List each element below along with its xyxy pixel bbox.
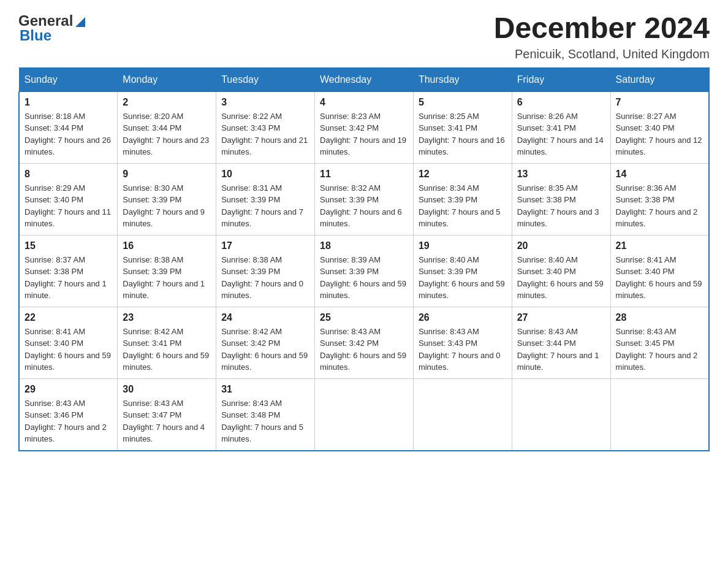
day-info: Sunrise: 8:38 AMSunset: 3:39 PMDaylight:… (221, 254, 309, 302)
day-info: Sunrise: 8:23 AMSunset: 3:42 PMDaylight:… (320, 110, 408, 158)
logo-arrow (75, 17, 85, 27)
day-info: Sunrise: 8:18 AMSunset: 3:44 PMDaylight:… (25, 110, 112, 158)
calendar-cell: 11Sunrise: 8:32 AMSunset: 3:39 PMDayligh… (315, 163, 414, 235)
calendar-cell: 19Sunrise: 8:40 AMSunset: 3:39 PMDayligh… (413, 235, 512, 307)
col-monday: Monday (118, 67, 216, 91)
day-number: 21 (616, 240, 703, 251)
day-number: 23 (123, 312, 211, 323)
day-info: Sunrise: 8:43 AMSunset: 3:47 PMDaylight:… (123, 397, 211, 445)
day-number: 9 (123, 169, 211, 180)
calendar-cell: 2Sunrise: 8:20 AMSunset: 3:44 PMDaylight… (118, 91, 216, 163)
page-header: General Blue December 2024 Penicuik, Sco… (18, 12, 710, 61)
calendar-cell: 20Sunrise: 8:40 AMSunset: 3:40 PMDayligh… (512, 235, 610, 307)
calendar-cell: 26Sunrise: 8:43 AMSunset: 3:43 PMDayligh… (413, 307, 512, 378)
day-info: Sunrise: 8:42 AMSunset: 3:42 PMDaylight:… (221, 326, 309, 373)
day-info: Sunrise: 8:27 AMSunset: 3:40 PMDaylight:… (616, 110, 703, 158)
calendar-week-row: 15Sunrise: 8:37 AMSunset: 3:38 PMDayligh… (19, 235, 709, 307)
calendar-cell: 8Sunrise: 8:29 AMSunset: 3:40 PMDaylight… (19, 163, 118, 235)
calendar-header-row: Sunday Monday Tuesday Wednesday Thursday… (19, 67, 709, 91)
day-info: Sunrise: 8:43 AMSunset: 3:48 PMDaylight:… (221, 397, 309, 445)
calendar-cell (610, 378, 709, 451)
day-info: Sunrise: 8:22 AMSunset: 3:43 PMDaylight:… (221, 110, 309, 158)
calendar-cell: 31Sunrise: 8:43 AMSunset: 3:48 PMDayligh… (216, 378, 315, 451)
day-info: Sunrise: 8:29 AMSunset: 3:40 PMDaylight:… (25, 182, 112, 230)
day-info: Sunrise: 8:40 AMSunset: 3:40 PMDaylight:… (517, 254, 605, 302)
day-number: 17 (221, 240, 309, 251)
calendar-cell: 9Sunrise: 8:30 AMSunset: 3:39 PMDaylight… (118, 163, 216, 235)
day-number: 14 (616, 169, 703, 180)
calendar-cell: 25Sunrise: 8:43 AMSunset: 3:42 PMDayligh… (315, 307, 414, 378)
day-number: 13 (517, 169, 605, 180)
day-number: 15 (25, 240, 112, 251)
calendar-cell: 4Sunrise: 8:23 AMSunset: 3:42 PMDaylight… (315, 91, 414, 163)
day-number: 5 (419, 97, 507, 108)
day-number: 6 (517, 97, 605, 108)
calendar-cell (413, 378, 512, 451)
day-number: 31 (221, 384, 309, 395)
month-title: December 2024 (494, 12, 710, 45)
col-sunday: Sunday (19, 67, 118, 91)
day-number: 22 (25, 312, 112, 323)
day-info: Sunrise: 8:26 AMSunset: 3:41 PMDaylight:… (517, 110, 605, 158)
day-number: 7 (616, 97, 703, 108)
location-subtitle: Penicuik, Scotland, United Kingdom (494, 47, 710, 61)
day-number: 12 (419, 169, 507, 180)
logo-blue: Blue (20, 27, 51, 44)
calendar-cell: 29Sunrise: 8:43 AMSunset: 3:46 PMDayligh… (19, 378, 118, 451)
calendar-week-row: 29Sunrise: 8:43 AMSunset: 3:46 PMDayligh… (19, 378, 709, 451)
calendar-cell (315, 378, 414, 451)
day-number: 18 (320, 240, 408, 251)
day-info: Sunrise: 8:43 AMSunset: 3:42 PMDaylight:… (320, 326, 408, 373)
calendar-cell: 27Sunrise: 8:43 AMSunset: 3:44 PMDayligh… (512, 307, 610, 378)
day-info: Sunrise: 8:25 AMSunset: 3:41 PMDaylight:… (419, 110, 507, 158)
day-info: Sunrise: 8:43 AMSunset: 3:45 PMDaylight:… (616, 326, 703, 373)
calendar-cell: 1Sunrise: 8:18 AMSunset: 3:44 PMDaylight… (19, 91, 118, 163)
day-number: 29 (25, 384, 112, 395)
calendar-table: Sunday Monday Tuesday Wednesday Thursday… (18, 67, 710, 451)
title-section: December 2024 Penicuik, Scotland, United… (494, 12, 710, 61)
calendar-cell: 16Sunrise: 8:38 AMSunset: 3:39 PMDayligh… (118, 235, 216, 307)
day-number: 8 (25, 169, 112, 180)
col-thursday: Thursday (413, 67, 512, 91)
col-saturday: Saturday (610, 67, 709, 91)
day-number: 30 (123, 384, 211, 395)
calendar-cell: 22Sunrise: 8:41 AMSunset: 3:40 PMDayligh… (19, 307, 118, 378)
day-number: 2 (123, 97, 211, 108)
calendar-cell (512, 378, 610, 451)
calendar-cell: 7Sunrise: 8:27 AMSunset: 3:40 PMDaylight… (610, 91, 709, 163)
day-info: Sunrise: 8:35 AMSunset: 3:38 PMDaylight:… (517, 182, 605, 230)
day-info: Sunrise: 8:32 AMSunset: 3:39 PMDaylight:… (320, 182, 408, 230)
day-info: Sunrise: 8:38 AMSunset: 3:39 PMDaylight:… (123, 254, 211, 302)
day-info: Sunrise: 8:41 AMSunset: 3:40 PMDaylight:… (25, 326, 112, 373)
calendar-cell: 5Sunrise: 8:25 AMSunset: 3:41 PMDaylight… (413, 91, 512, 163)
day-number: 16 (123, 240, 211, 251)
day-info: Sunrise: 8:37 AMSunset: 3:38 PMDaylight:… (25, 254, 112, 302)
calendar-cell: 6Sunrise: 8:26 AMSunset: 3:41 PMDaylight… (512, 91, 610, 163)
day-info: Sunrise: 8:43 AMSunset: 3:44 PMDaylight:… (517, 326, 605, 373)
calendar-cell: 24Sunrise: 8:42 AMSunset: 3:42 PMDayligh… (216, 307, 315, 378)
day-info: Sunrise: 8:40 AMSunset: 3:39 PMDaylight:… (419, 254, 507, 302)
calendar-cell: 17Sunrise: 8:38 AMSunset: 3:39 PMDayligh… (216, 235, 315, 307)
col-tuesday: Tuesday (216, 67, 315, 91)
calendar-cell: 21Sunrise: 8:41 AMSunset: 3:40 PMDayligh… (610, 235, 709, 307)
day-info: Sunrise: 8:39 AMSunset: 3:39 PMDaylight:… (320, 254, 408, 302)
day-number: 25 (320, 312, 408, 323)
day-info: Sunrise: 8:36 AMSunset: 3:38 PMDaylight:… (616, 182, 703, 230)
calendar-week-row: 22Sunrise: 8:41 AMSunset: 3:40 PMDayligh… (19, 307, 709, 378)
calendar-cell: 13Sunrise: 8:35 AMSunset: 3:38 PMDayligh… (512, 163, 610, 235)
day-number: 19 (419, 240, 507, 251)
day-number: 27 (517, 312, 605, 323)
calendar-cell: 10Sunrise: 8:31 AMSunset: 3:39 PMDayligh… (216, 163, 315, 235)
day-number: 11 (320, 169, 408, 180)
calendar-cell: 12Sunrise: 8:34 AMSunset: 3:39 PMDayligh… (413, 163, 512, 235)
day-info: Sunrise: 8:20 AMSunset: 3:44 PMDaylight:… (123, 110, 211, 158)
day-info: Sunrise: 8:43 AMSunset: 3:46 PMDaylight:… (25, 397, 112, 445)
day-info: Sunrise: 8:30 AMSunset: 3:39 PMDaylight:… (123, 182, 211, 230)
day-number: 28 (616, 312, 703, 323)
col-wednesday: Wednesday (315, 67, 414, 91)
calendar-cell: 30Sunrise: 8:43 AMSunset: 3:47 PMDayligh… (118, 378, 216, 451)
calendar-cell: 14Sunrise: 8:36 AMSunset: 3:38 PMDayligh… (610, 163, 709, 235)
day-number: 26 (419, 312, 507, 323)
col-friday: Friday (512, 67, 610, 91)
day-number: 4 (320, 97, 408, 108)
